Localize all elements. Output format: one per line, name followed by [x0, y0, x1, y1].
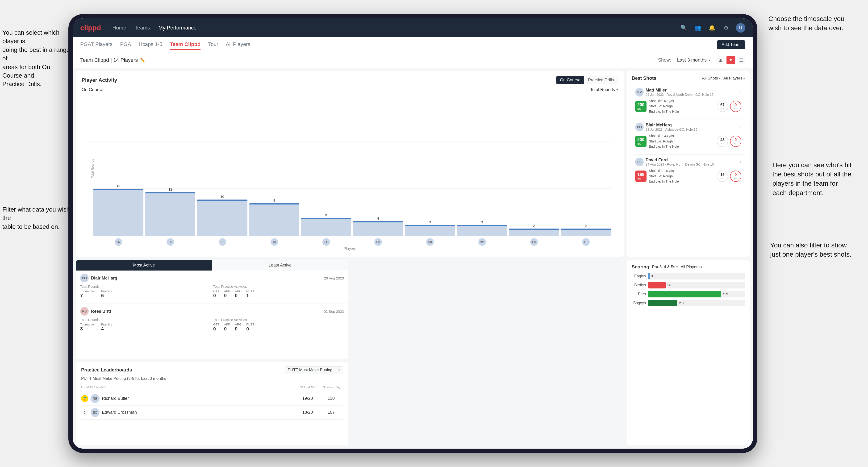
- gtt-value: 0: [213, 293, 219, 299]
- chevron-right-icon: ›: [740, 124, 741, 130]
- leaderboard-header: PLAYER NAME PB SCORE PB AVG SQ: [81, 383, 343, 390]
- shot-badge-value: 200: [637, 137, 644, 142]
- bar-group-miller: 3: [457, 96, 507, 236]
- all-players-scoring-filter[interactable]: All Players ▾: [681, 264, 702, 269]
- bar: [405, 225, 455, 236]
- nav-my-performance[interactable]: My Performance: [158, 24, 196, 32]
- tab-tour[interactable]: Tour: [208, 39, 218, 50]
- arg-value: 0: [235, 293, 242, 299]
- annotation-top-right: Choose the timescale youwish to see the …: [769, 14, 844, 33]
- hbar-fill-eagles: [648, 273, 650, 280]
- tablet-screen: clippd Home Teams My Performance 🔍 👥 🔔 ⊕…: [73, 19, 753, 448]
- hbar-row-birdies: Birdies 96: [632, 282, 745, 288]
- bell-icon[interactable]: 🔔: [708, 24, 716, 32]
- practice-value-britt: 4: [101, 326, 112, 332]
- hbar-row-eagles: Eagles 3: [632, 273, 745, 280]
- bogeys-label: Bogeys: [632, 301, 646, 305]
- stat-circle-dist: 16 yds: [717, 170, 728, 182]
- active-date-mcharg: 26 Aug 2023: [324, 276, 344, 280]
- par-filter-label: Par 3, 4 & 5s: [652, 264, 675, 269]
- time-filter-select[interactable]: Last 3 months ▾: [674, 56, 713, 64]
- end-lie: End Lie: In The Hole: [649, 109, 714, 114]
- shot-card-miller[interactable]: MM Matt Miller 09 Jun 2023 · Royal North…: [632, 85, 745, 117]
- tab-least-active[interactable]: Least Active: [212, 260, 348, 271]
- leaderboard-row-crossman[interactable]: 2 EC Edward Crossman 18/20 107: [81, 406, 343, 419]
- users-icon[interactable]: 👥: [693, 24, 702, 32]
- stat-unit: yds: [720, 142, 724, 145]
- dropdown-chevron-icon: ▾: [616, 88, 618, 92]
- bar-group-britt: 12: [145, 96, 195, 236]
- bar-group-ford: 10: [197, 96, 247, 236]
- par-filter[interactable]: Par 3, 4 & 5s ▾: [652, 264, 678, 269]
- edit-icon[interactable]: ✏️: [140, 58, 145, 63]
- tab-team-clippd[interactable]: Team Clippd: [170, 39, 200, 50]
- player-avatar-mcharg2: BM: [80, 274, 89, 282]
- app-label2: APP: [224, 323, 230, 326]
- stat-tournament: Tournament 7: [80, 289, 96, 299]
- eagles-value: 3: [651, 274, 653, 278]
- player-avatar-britt: RB: [80, 307, 89, 316]
- add-circle-icon[interactable]: ⊕: [722, 24, 730, 32]
- all-players-filter[interactable]: All Players ▾: [723, 76, 745, 81]
- bar-group-mcHarg: 13: [93, 96, 144, 236]
- shot-info-mcharg: Shot Dist: 43 yds Start Lie: Rough End L…: [649, 133, 714, 149]
- hbar-row-bogeys: Bogeys 211: [632, 300, 745, 306]
- on-course-toggle-btn[interactable]: On Course: [556, 76, 584, 84]
- shot-card-ford[interactable]: DF David Ford 24 Aug 2023 · Royal North …: [632, 154, 745, 187]
- tab-pgat-players[interactable]: PGAT Players: [80, 39, 113, 50]
- all-shots-filter[interactable]: All Shots ▾: [702, 76, 720, 81]
- practice-header: Practice Leaderboards PUTT Must Make Put…: [81, 366, 343, 374]
- search-icon[interactable]: 🔍: [679, 24, 688, 32]
- chart-footer: Players: [82, 246, 618, 252]
- card-view-icon[interactable]: ♥: [726, 56, 735, 64]
- shots-filters: All Shots ▾ All Players ▾: [702, 76, 745, 81]
- content-grid: Player Activity On Course Practice Drill…: [73, 68, 753, 448]
- tab-most-active[interactable]: Most Active: [76, 260, 212, 271]
- shot-stats-mcharg: 43 yds 0 yds: [717, 135, 741, 147]
- stat-gtt-britt: GTT 0: [213, 323, 219, 332]
- stat-value: 0: [735, 103, 737, 107]
- stat-circle-remain: 0 yds: [730, 101, 741, 112]
- y-tick: 0: [84, 232, 93, 236]
- bar: [197, 199, 247, 236]
- nav-home[interactable]: Home: [112, 24, 126, 32]
- bar-group-crossman: 2: [509, 96, 559, 236]
- practice-drills-toggle-btn[interactable]: Practice Drills: [584, 76, 618, 84]
- add-team-button[interactable]: Add Team: [717, 40, 745, 49]
- hbar-track-eagles: 3: [648, 273, 745, 280]
- stat-tournament-britt: Tournament 8: [80, 323, 96, 332]
- list-view-icon[interactable]: ☰: [737, 56, 745, 64]
- shots-header: Best Shots All Shots ▾ All Players ▾: [632, 75, 745, 81]
- stat-practice-britt: Practice 4: [101, 323, 112, 332]
- grid-view-icon[interactable]: ⊞: [716, 56, 724, 64]
- chevron-down-icon: ▾: [676, 265, 678, 269]
- tab-hcaps[interactable]: Hcaps 1-5: [139, 39, 162, 50]
- shot-card-header: DF David Ford 24 Aug 2023 · Royal North …: [635, 158, 741, 166]
- bar: [561, 228, 611, 236]
- leaderboard-row-butler[interactable]: 🏅 RB Richard Butler 19/20 110: [81, 392, 343, 406]
- bogeys-value: 211: [679, 301, 684, 305]
- eagles-label: Eagles: [632, 274, 646, 278]
- nav-teams[interactable]: Teams: [135, 24, 150, 32]
- shot-card-header: MM Matt Miller 09 Jun 2023 · Royal North…: [635, 88, 741, 96]
- player-activity-header: Player Activity On Course Practice Drill…: [82, 76, 618, 84]
- stats-row: Total Rounds Tournament 7 Practice: [80, 285, 344, 299]
- tab-all-players[interactable]: All Players: [226, 39, 250, 50]
- player-avatar-butler: RB: [91, 394, 99, 403]
- best-shots-panel: Best Shots All Shots ▾ All Players ▾: [627, 71, 750, 257]
- shot-badge-mcharg: 200 SG: [635, 135, 647, 147]
- main-content: Player Activity On Course Practice Drill…: [73, 68, 753, 448]
- tab-pga[interactable]: PGA: [120, 39, 131, 50]
- tournament-value: 7: [80, 293, 96, 299]
- stats-values-practice: GTT 0 APP 0 ARG: [213, 289, 344, 299]
- shot-card-mcharg[interactable]: BM Blair McHarg 23 Jul 2023 · Ashridge G…: [632, 120, 745, 152]
- start-lie: Start Lie: Rough: [649, 139, 714, 144]
- practice-value: 6: [101, 293, 112, 299]
- total-rounds-label: Total Rounds: [80, 285, 211, 288]
- stat-unit: yds: [734, 142, 738, 145]
- total-rounds-dropdown[interactable]: Total Rounds ▾: [590, 87, 618, 92]
- player-avatar-mcharg: BM: [635, 123, 644, 131]
- player-location-miller: 09 Jun 2023 · Royal North Devon GC, Hole…: [646, 93, 714, 96]
- user-avatar[interactable]: U: [736, 23, 745, 33]
- practice-dropdown[interactable]: PUTT Must Make Putting ... ▾: [285, 366, 343, 374]
